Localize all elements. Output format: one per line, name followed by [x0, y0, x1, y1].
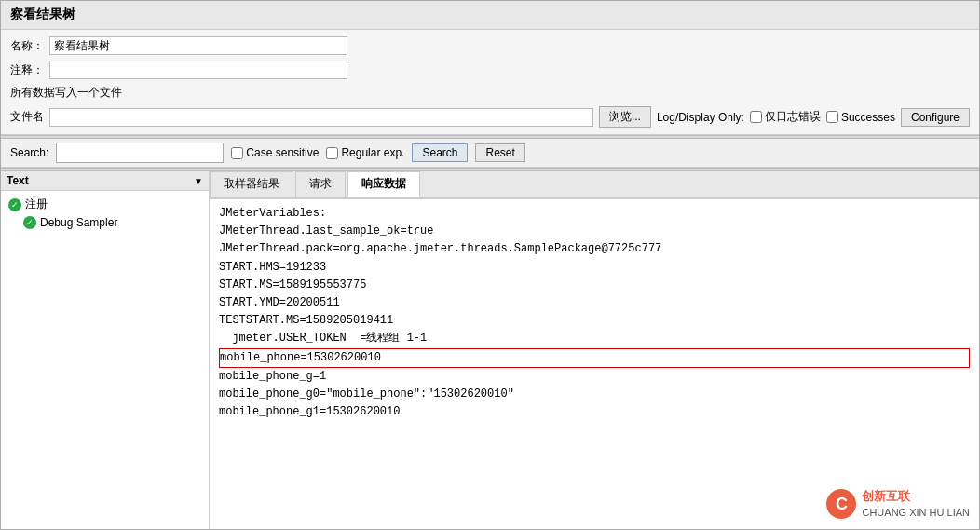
log-display-label: Log/Display Only:	[657, 111, 744, 124]
content-line: JMeterVariables:	[219, 205, 970, 223]
tree-item-debug-label: Debug Sampler	[40, 216, 117, 229]
content-line: JMeterThread.pack=org.apache.jmeter.thre…	[219, 240, 970, 258]
comment-label: 注释：	[10, 62, 44, 78]
file-row: 文件名 浏览... Log/Display Only: 仅日志错误 Succes…	[10, 103, 970, 130]
configure-button[interactable]: Configure	[901, 108, 970, 127]
file-input[interactable]	[49, 108, 593, 127]
search-label: Search:	[10, 146, 48, 159]
tree-item-register[interactable]: 注册	[1, 195, 209, 214]
main-area: Text ▼ 注册 Debug Sampler 取样器结果	[1, 171, 979, 529]
left-panel-title: Text	[7, 174, 29, 187]
content-area: JMeterVariables:JMeterThread.last_sample…	[210, 199, 979, 529]
tree-area: 注册 Debug Sampler	[1, 191, 209, 529]
main-window: 察看结果树 名称： 注释： 所有数据写入一个文件 文件名 浏览... Log/D…	[0, 0, 980, 530]
browse-button[interactable]: 浏览...	[599, 106, 651, 128]
tab-response-data[interactable]: 响应数据	[347, 171, 420, 197]
tabs-bar: 取样器结果 请求 响应数据	[210, 171, 979, 199]
name-input[interactable]	[49, 36, 347, 55]
watermark-text: 创新互联 CHUANG XIN HU LIAN	[862, 488, 970, 520]
content-line: START.YMD=20200511	[219, 294, 970, 312]
all-data-row: 所有数据写入一个文件	[10, 82, 970, 103]
content-line: jmeter.USER_TOKEN =线程组 1-1	[219, 330, 970, 347]
case-sensitive-checkbox[interactable]	[231, 147, 243, 159]
content-line: mobile_phone=15302620010	[219, 348, 970, 368]
left-panel-header: Text ▼	[1, 171, 209, 191]
tab-request[interactable]: 请求	[295, 171, 346, 197]
search-button[interactable]: Search	[412, 143, 468, 162]
watermark-logo: C	[826, 489, 856, 519]
left-panel: Text ▼ 注册 Debug Sampler	[1, 171, 210, 529]
content-container: JMeterVariables:JMeterThread.last_sample…	[210, 199, 979, 529]
title-bar: 察看结果树	[1, 1, 979, 30]
comment-input[interactable]	[49, 61, 347, 79]
green-check-icon	[8, 198, 21, 211]
regular-exp-label[interactable]: Regular exp.	[326, 146, 404, 159]
reset-button[interactable]: Reset	[475, 143, 524, 162]
dropdown-arrow-icon[interactable]: ▼	[194, 176, 203, 186]
search-input[interactable]	[56, 143, 224, 163]
tree-item-label: 注册	[25, 197, 48, 212]
name-row: 名称：	[10, 34, 970, 58]
content-line: START.MS=1589195553775	[219, 277, 970, 294]
green-check-icon-2	[23, 216, 36, 229]
case-sensitive-label[interactable]: Case sensitive	[231, 146, 319, 159]
form-section: 名称： 注释： 所有数据写入一个文件 文件名 浏览... Log/Display…	[1, 30, 979, 135]
tree-item-debug-sampler[interactable]: Debug Sampler	[1, 214, 209, 231]
regular-exp-checkbox[interactable]	[326, 147, 338, 159]
content-line: mobile_phone_g0="mobile_phone":"15302620…	[219, 386, 970, 403]
content-line: mobile_phone_g1=15302620010	[219, 403, 970, 421]
watermark: C 创新互联 CHUANG XIN HU LIAN	[826, 488, 970, 520]
content-line: TESTSTART.MS=1589205019411	[219, 312, 970, 330]
successes-checkbox[interactable]	[826, 111, 838, 123]
content-line: START.HMS=191233	[219, 259, 970, 277]
all-data-label: 所有数据写入一个文件	[10, 85, 122, 101]
name-label: 名称：	[10, 38, 44, 54]
search-bar: Search: Case sensitive Regular exp. Sear…	[1, 139, 979, 168]
comment-row: 注释：	[10, 58, 970, 82]
file-label: 文件名	[10, 109, 44, 125]
content-line: mobile_phone_g=1	[219, 368, 970, 386]
log-errors-checkbox-label[interactable]: 仅日志错误	[750, 109, 821, 125]
log-errors-checkbox[interactable]	[750, 111, 762, 123]
highlighted-line: mobile_phone=15302620010	[219, 348, 970, 368]
right-panel: 取样器结果 请求 响应数据 JMeterVariables:JMeterThre…	[210, 171, 979, 529]
successes-checkbox-label[interactable]: Successes	[826, 111, 895, 124]
window-title: 察看结果树	[10, 7, 75, 21]
tab-sampler-result[interactable]: 取样器结果	[210, 171, 293, 197]
content-line: JMeterThread.last_sample_ok=true	[219, 223, 970, 240]
